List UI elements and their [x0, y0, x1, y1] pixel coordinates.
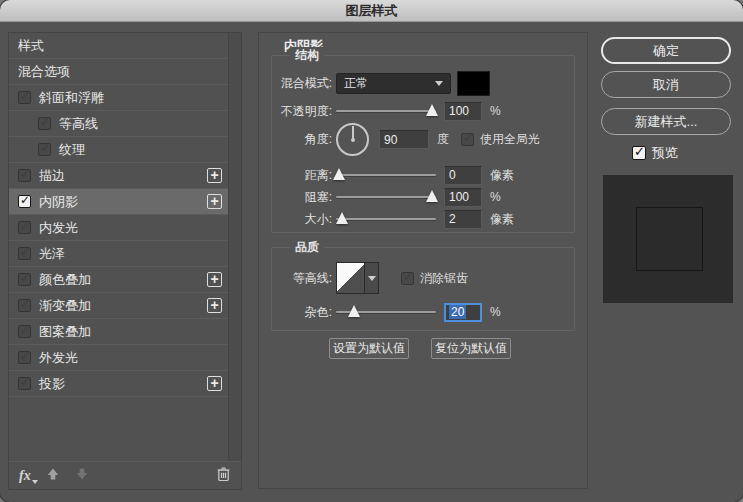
sidebar-item-blending-options[interactable]: 混合选项 — [9, 59, 228, 85]
contour-picker[interactable] — [336, 262, 379, 294]
effect-checkbox[interactable] — [18, 221, 31, 234]
angle-row: 角度: 90 度 使用全局光 — [272, 123, 574, 156]
sidebar-item-label: 图案叠加 — [39, 323, 91, 341]
noise-input[interactable]: 20 — [444, 303, 482, 322]
sidebar-item-styles[interactable]: 样式 — [9, 33, 228, 59]
sidebar-item-texture[interactable]: 纹理 — [9, 137, 228, 163]
add-effect-icon[interactable] — [207, 376, 222, 391]
sidebar-item-color-overlay[interactable]: 颜色叠加 — [9, 267, 228, 293]
sidebar-item-label: 光泽 — [39, 245, 65, 263]
sidebar-item-label: 渐变叠加 — [39, 297, 91, 315]
size-input[interactable]: 2 — [444, 210, 482, 229]
trash-icon — [216, 466, 231, 482]
arrow-down-icon — [75, 467, 89, 481]
sidebar-item-gradient-overlay[interactable]: 渐变叠加 — [9, 293, 228, 319]
blend-mode-select[interactable]: 正常 — [336, 73, 451, 94]
preview-thumbnail — [603, 175, 733, 303]
add-effect-icon[interactable] — [207, 194, 222, 209]
opacity-input[interactable]: 100 — [444, 102, 482, 121]
sidebar-item-outer-glow[interactable]: 外发光 — [9, 345, 228, 371]
effect-checkbox[interactable] — [18, 195, 31, 208]
opacity-unit: % — [490, 104, 501, 118]
angle-hub — [351, 138, 355, 142]
move-effect-up-button[interactable] — [46, 467, 60, 485]
slider-thumb[interactable] — [333, 168, 345, 180]
inner-shadow-settings-panel: 内阴影 结构 混合模式: 正常 不透明度: 100 — [258, 32, 588, 489]
cancel-button[interactable]: 取消 — [601, 71, 731, 98]
slider-thumb[interactable] — [426, 190, 438, 202]
sidebar-item-label: 斜面和浮雕 — [39, 89, 104, 107]
sidebar-item-satin[interactable]: 光泽 — [9, 241, 228, 267]
dialog-title: 图层样式 — [346, 2, 398, 20]
sidebar-scrollbar[interactable] — [228, 33, 241, 461]
contour-dropdown-arrow[interactable] — [365, 262, 379, 294]
chevron-down-icon — [368, 276, 376, 281]
choke-input[interactable]: 100 — [444, 188, 482, 207]
sidebar-item-drop-shadow[interactable]: 投影 — [9, 371, 228, 397]
add-effect-icon[interactable] — [207, 298, 222, 313]
angle-label: 角度: — [272, 131, 332, 148]
sidebar-item-pattern-overlay[interactable]: 图案叠加 — [9, 319, 228, 345]
effect-checkbox[interactable] — [18, 91, 31, 104]
effect-checkbox[interactable] — [18, 247, 31, 260]
effect-checkbox[interactable] — [18, 169, 31, 182]
styles-sidebar: 样式 混合选项 斜面和浮雕 等高线 纹理 描边 — [8, 32, 242, 490]
contour-label: 等高线: — [272, 270, 332, 287]
use-global-light-checkbox[interactable] — [461, 133, 474, 146]
slider-thumb[interactable] — [426, 104, 438, 116]
slider-track — [336, 196, 436, 198]
blend-mode-value: 正常 — [344, 75, 368, 92]
add-effect-icon[interactable] — [207, 168, 222, 183]
effect-checkbox[interactable] — [38, 117, 51, 130]
effect-checkbox[interactable] — [18, 299, 31, 312]
effect-checkbox[interactable] — [18, 351, 31, 364]
fx-menu-button[interactable]: fx — [19, 468, 31, 484]
angle-dial[interactable] — [336, 123, 369, 156]
slider-thumb[interactable] — [348, 305, 360, 317]
distance-slider[interactable] — [336, 166, 436, 184]
angle-input[interactable]: 90 — [379, 130, 429, 149]
sidebar-item-bevel-emboss[interactable]: 斜面和浮雕 — [9, 85, 228, 111]
sidebar-item-label: 内阴影 — [39, 193, 78, 211]
effect-checkbox[interactable] — [18, 273, 31, 286]
quality-group: 品质 等高线: 消除锯齿 杂色: 20 — [271, 247, 575, 331]
noise-slider[interactable] — [336, 303, 436, 321]
effect-checkbox[interactable] — [38, 143, 51, 156]
quality-legend: 品质 — [290, 239, 324, 256]
preview-checkbox[interactable] — [632, 146, 646, 160]
make-default-button[interactable]: 设置为默认值 — [329, 338, 409, 359]
opacity-slider[interactable] — [336, 102, 436, 120]
size-slider[interactable] — [336, 210, 436, 228]
sidebar-item-stroke[interactable]: 描边 — [9, 163, 228, 189]
sidebar-item-label: 内发光 — [39, 219, 78, 237]
shadow-color-swatch[interactable] — [457, 71, 490, 96]
sidebar-item-inner-shadow[interactable]: 内阴影 — [9, 189, 228, 215]
ok-button[interactable]: 确定 — [601, 37, 731, 64]
contour-row: 等高线: 消除锯齿 — [272, 261, 574, 295]
move-effect-down-button[interactable] — [75, 467, 89, 485]
slider-track — [336, 110, 436, 112]
title-bar[interactable]: 图层样式 — [0, 0, 743, 22]
noise-unit: % — [490, 305, 501, 319]
new-style-button[interactable]: 新建样式... — [601, 108, 731, 135]
distance-unit: 像素 — [490, 167, 514, 184]
delete-effect-button[interactable] — [216, 466, 231, 486]
distance-input[interactable]: 0 — [444, 166, 482, 185]
choke-row: 阻塞: 100 % — [272, 186, 574, 208]
effect-checkbox[interactable] — [18, 377, 31, 390]
anti-alias-checkbox[interactable] — [401, 272, 414, 285]
choke-slider[interactable] — [336, 188, 436, 206]
use-global-light-label: 使用全局光 — [480, 131, 540, 148]
sidebar-item-label: 外发光 — [39, 349, 78, 367]
contour-thumbnail[interactable] — [336, 262, 365, 294]
slider-thumb[interactable] — [336, 212, 348, 224]
anti-alias-label: 消除锯齿 — [420, 270, 468, 287]
blend-mode-row: 混合模式: 正常 — [272, 70, 574, 96]
effect-checkbox[interactable] — [18, 325, 31, 338]
add-effect-icon[interactable] — [207, 272, 222, 287]
sidebar-item-label: 纹理 — [59, 141, 85, 159]
opacity-label: 不透明度: — [272, 103, 332, 120]
reset-default-button[interactable]: 复位为默认值 — [431, 338, 511, 359]
sidebar-item-contour[interactable]: 等高线 — [9, 111, 228, 137]
sidebar-item-inner-glow[interactable]: 内发光 — [9, 215, 228, 241]
